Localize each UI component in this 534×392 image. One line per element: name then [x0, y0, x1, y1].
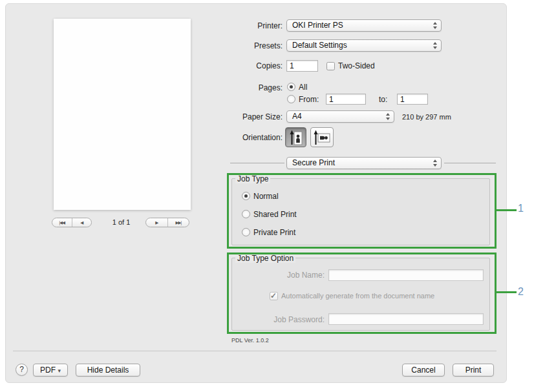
copies-label: Copies: — [211, 61, 283, 70]
paper-size-popup-value: A4 — [292, 112, 302, 121]
paper-dimensions: 210 by 297 mm — [402, 113, 451, 121]
cancel-button[interactable]: Cancel — [402, 364, 445, 377]
presets-popup-value: Default Settings — [292, 41, 347, 50]
annotation-box-job-type-option — [227, 253, 497, 334]
pages-from-input[interactable] — [326, 94, 366, 105]
printer-label: Printer: — [211, 21, 283, 30]
pdf-menu-arrow-icon: ▾ — [58, 367, 61, 374]
pages-to-label: to: — [379, 95, 387, 104]
panel-popup-value: Secure Print — [292, 158, 335, 167]
screenshot-canvas: |◀◀ ◀ 1 of 1 ▶ ▶▶| Printer: OKI Printer … — [0, 0, 534, 392]
hide-details-label: Hide Details — [87, 366, 129, 375]
orientation-label: Orientation: — [211, 133, 283, 142]
annotation-box-job-type — [227, 173, 497, 249]
hide-details-button[interactable]: Hide Details — [76, 364, 140, 377]
help-button[interactable]: ? — [16, 364, 28, 376]
presets-label: Presets: — [211, 41, 283, 50]
orientation-portrait-button[interactable] — [285, 127, 306, 147]
printer-popup-value: OKI Printer PS — [292, 21, 343, 30]
annotation-number-2: 2 — [518, 286, 524, 298]
pages-label: Pages: — [211, 83, 283, 92]
print-preview-page — [54, 19, 191, 210]
orientation-landscape-button[interactable] — [310, 127, 334, 147]
annotation-number-1: 1 — [518, 203, 524, 214]
two-sided-checkbox[interactable] — [326, 62, 335, 70]
previous-page-button[interactable]: ◀ — [72, 218, 92, 227]
annotation-connector-2 — [497, 291, 517, 293]
panel-divider-left — [230, 163, 284, 163]
copies-input[interactable] — [286, 60, 318, 72]
annotation-connector-1 — [497, 209, 517, 211]
pages-from-radio[interactable] — [287, 95, 295, 103]
presets-popup[interactable]: Default Settings — [286, 39, 442, 52]
printer-popup[interactable]: OKI Printer PS — [286, 19, 442, 32]
pdf-menu-label: PDF — [40, 366, 56, 375]
next-page-button[interactable]: ▶ — [146, 218, 167, 227]
help-icon: ? — [19, 365, 24, 374]
popup-arrows-icon — [433, 22, 438, 29]
panel-popup[interactable]: Secure Print — [286, 157, 442, 169]
portrait-orientation-icon — [290, 129, 303, 146]
popup-arrows-icon — [433, 42, 438, 49]
popup-arrows-icon — [386, 113, 390, 120]
print-button[interactable]: Print — [453, 364, 494, 377]
landscape-orientation-icon — [314, 129, 330, 146]
cancel-label: Cancel — [411, 366, 435, 375]
pages-all-radio[interactable] — [287, 83, 295, 91]
panel-divider-right — [444, 163, 496, 163]
page-indicator: 1 of 1 — [97, 218, 145, 226]
paper-size-popup[interactable]: A4 — [286, 110, 394, 123]
print-label: Print — [465, 366, 482, 375]
pages-to-input[interactable] — [397, 94, 428, 105]
pdl-version: PDL Ver. 1.0.2 — [231, 337, 269, 344]
footer-divider — [13, 351, 497, 351]
pages-all-label: All — [299, 83, 307, 92]
paper-size-label: Paper Size: — [211, 112, 283, 121]
preview-pager-forward: ▶ ▶▶| — [145, 218, 189, 227]
pages-from-label: From: — [299, 95, 319, 104]
pdf-menu-button[interactable]: PDF ▾ — [33, 364, 68, 377]
first-page-button[interactable]: |◀◀ — [52, 218, 72, 227]
preview-pager-back: |◀◀ ◀ — [52, 218, 92, 227]
two-sided-label: Two-Sided — [338, 61, 375, 70]
last-page-button[interactable]: ▶▶| — [167, 218, 189, 227]
popup-arrows-icon — [433, 160, 438, 167]
